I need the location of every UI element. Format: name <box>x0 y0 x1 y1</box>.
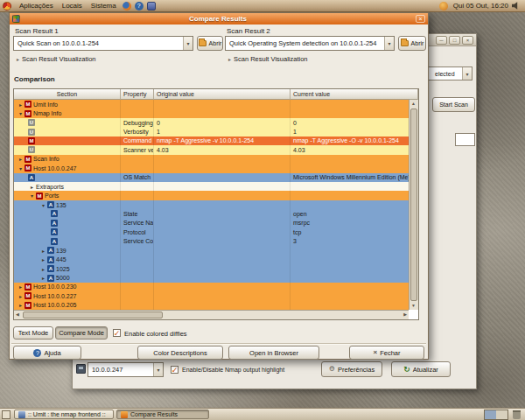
table-row[interactable]: ▸A1025 <box>14 264 409 273</box>
compare-mode-button[interactable]: Compare Mode <box>55 326 108 340</box>
open-in-browser-button[interactable]: Open in Browser <box>228 346 319 360</box>
cell-current-value: msrpc <box>290 219 409 228</box>
expander-closed-icon[interactable]: ▸ <box>17 302 24 308</box>
maximize-button[interactable]: □ <box>449 36 460 45</box>
cell-original-value <box>154 273 290 282</box>
cell-current-value <box>290 155 409 164</box>
scan1-combo[interactable]: Quick Scan on 10.0.0.1-254 ▾ <box>13 36 193 51</box>
table-row[interactable]: UScanner version4.034.03 <box>14 145 409 154</box>
minimize-button[interactable]: ─ <box>436 36 447 45</box>
volume-icon[interactable] <box>512 2 521 10</box>
taskbar-item-umit[interactable]: :: Umit : the nmap frontend :: <box>14 410 114 419</box>
expander-closed-icon[interactable]: ▸ <box>17 102 24 108</box>
expander-open-icon[interactable]: ▾ <box>17 110 24 116</box>
expander-closed-icon[interactable]: ▸ <box>28 184 36 190</box>
expander-closed-icon[interactable]: ▸ <box>17 156 24 162</box>
expander-closed-icon[interactable]: ▸ <box>39 275 47 281</box>
host-combo[interactable]: 10.0.0.247 ▾ <box>88 362 164 377</box>
expander-closed-icon[interactable]: ▸ <box>17 293 24 299</box>
menu-aplicacoes[interactable]: Aplicações <box>15 0 58 12</box>
table-row[interactable]: AOS MatchMicrosoft Windows Millennium Ed… <box>14 173 409 182</box>
expander-closed-icon[interactable]: ▸ <box>17 284 24 290</box>
refresh-button[interactable]: ↻ Atualizar <box>391 361 451 377</box>
open-scan2-button[interactable]: Abrir <box>398 36 426 51</box>
taskbar-item-compare-results[interactable]: Compare Results <box>116 410 209 419</box>
expander-closed-icon[interactable]: ▸ <box>39 256 47 262</box>
column-header-property[interactable]: Property <box>121 89 154 100</box>
close-button[interactable]: × <box>462 36 473 45</box>
firefox-launcher-icon[interactable] <box>122 2 131 10</box>
table-row[interactable]: ▸MHost 10.0.0.230 <box>14 283 409 291</box>
table-row[interactable]: ▾A135 <box>14 200 409 209</box>
preferences-button[interactable]: ⚙ Preferências <box>321 361 382 377</box>
dialog-titlebar[interactable]: Compare Results × <box>10 13 428 24</box>
color-descriptions-button[interactable]: Color Descriptions <box>137 346 223 360</box>
table-row[interactable]: ▸A5000 <box>14 273 409 282</box>
menu-sistema[interactable]: Sistema <box>87 0 121 12</box>
dialog-close-button[interactable]: × <box>416 15 425 23</box>
scroll-left-icon[interactable]: ◀ <box>16 312 19 317</box>
scroll-right-icon[interactable]: ▶ <box>403 312 407 317</box>
horizontal-scroll-thumb[interactable] <box>23 312 163 318</box>
table-row[interactable]: ▾MHost 10.0.0.247 <box>14 164 409 172</box>
diff-state-badge: A <box>51 238 58 245</box>
ubuntu-menu-icon[interactable] <box>3 2 11 10</box>
workspace-1[interactable] <box>485 410 496 419</box>
table-row[interactable]: ▸MHost 10.0.0.227 <box>14 291 409 300</box>
table-row[interactable]: ▸MHost 10.0.0.205 <box>14 301 409 310</box>
help-launcher-icon[interactable]: ? <box>135 2 144 10</box>
menu-locais[interactable]: Locais <box>58 0 87 12</box>
table-row[interactable]: ▸A445 <box>14 255 409 263</box>
table-row[interactable]: ▸Extraports <box>14 182 409 191</box>
expander-open-icon[interactable]: ▾ <box>39 202 47 208</box>
clock[interactable]: Qui 05 Out, 16:20 <box>450 0 512 12</box>
table-row[interactable]: ▸MScan Info <box>14 155 409 164</box>
column-header-original-value[interactable]: Original value <box>154 89 290 100</box>
help-button[interactable]: ? Ajuda <box>13 346 81 360</box>
scroll-up-icon[interactable]: ▲ <box>411 102 416 106</box>
table-row[interactable]: ▾MPorts <box>14 191 409 200</box>
column-header-section[interactable]: Section <box>14 89 121 100</box>
small-field[interactable] <box>455 133 475 146</box>
table-row[interactable]: AService Namemsrpc <box>14 219 409 228</box>
open-scan1-button[interactable]: Abrir <box>197 36 223 51</box>
scroll-down-icon[interactable]: ▼ <box>411 304 416 308</box>
notification-icon[interactable] <box>439 2 448 10</box>
close-dialog-button[interactable]: × Fechar <box>349 346 424 360</box>
table-row[interactable]: ▸MUmit Info <box>14 100 409 108</box>
cell-section: ▾MHost 10.0.0.247 <box>14 164 121 172</box>
text-mode-button[interactable]: Text Mode <box>13 326 53 340</box>
expander-closed-icon[interactable]: ▸ <box>39 266 47 272</box>
start-scan-button[interactable]: Start Scan <box>432 97 475 112</box>
table-row[interactable]: ▸A139 <box>14 246 409 255</box>
expander-closed-icon[interactable]: ▸ <box>39 248 47 254</box>
scan1-visualization-expander[interactable]: ▸ Scan Result Visualization <box>17 55 96 63</box>
cell-current-value <box>290 283 409 291</box>
cell-current-value: tcp <box>290 228 409 236</box>
column-header-current-value[interactable]: Current value <box>290 89 418 100</box>
table-row[interactable]: AStateopen <box>14 209 409 218</box>
cell-section: ▸MScan Info <box>14 155 121 164</box>
table-row[interactable]: ▾MNmap Info <box>14 108 409 117</box>
vertical-scrollbar[interactable]: ▲ ▼ <box>409 100 418 310</box>
app-launcher-icon[interactable] <box>147 2 156 10</box>
table-row[interactable]: MCommandnmap -T Aggressive -v 10.0.0.1-2… <box>14 136 409 145</box>
vertical-scroll-thumb[interactable] <box>410 108 417 301</box>
scan2-combo[interactable]: Quick Operating System detection on 10.0… <box>225 36 395 51</box>
show-desktop-icon[interactable] <box>2 410 10 419</box>
table-row[interactable]: UDebugging00 <box>14 118 409 127</box>
expander-open-icon[interactable]: ▾ <box>28 192 36 199</box>
highlight-checkbox[interactable]: ✓ <box>171 366 178 374</box>
expander-open-icon[interactable]: ▾ <box>17 165 24 172</box>
scan2-visualization-expander[interactable]: ▸ Scan Result Visualization <box>228 55 308 63</box>
table-header: Section Property Original value Current … <box>14 89 418 100</box>
workspace-2[interactable] <box>496 410 508 419</box>
table-row[interactable]: UVerbosity11 <box>14 127 409 136</box>
trash-icon[interactable] <box>513 410 521 419</box>
workspace-switcher[interactable] <box>484 410 508 420</box>
horizontal-scrollbar[interactable]: ◀ ▶ <box>14 310 409 319</box>
table-row[interactable]: AProtocoltcp <box>14 228 409 236</box>
table-row[interactable]: AService Conf3 <box>14 237 409 246</box>
profile-combo-fragment[interactable]: elected ▾ <box>422 66 472 80</box>
colored-diffs-checkbox[interactable]: ✓ <box>113 329 121 337</box>
